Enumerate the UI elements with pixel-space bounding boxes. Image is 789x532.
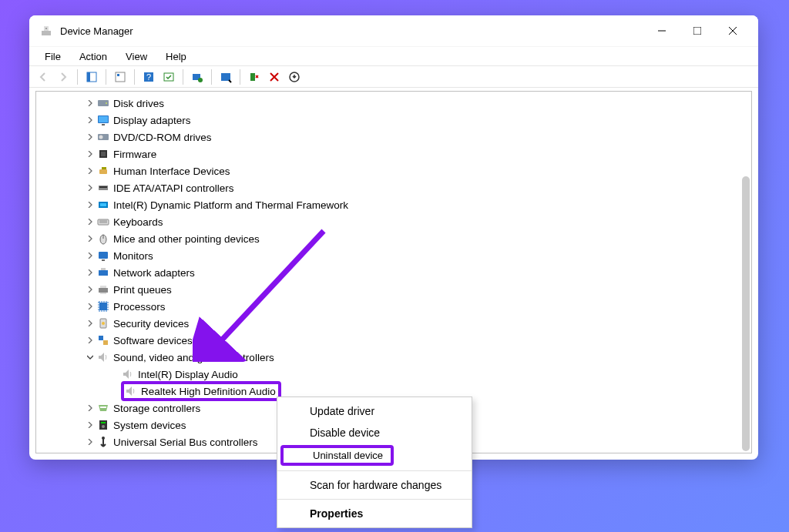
printer-icon: [96, 283, 110, 296]
tree-item-security[interactable]: Security devices: [36, 315, 751, 332]
svg-rect-37: [42, 31, 51, 35]
tree-item-display-adapters[interactable]: Display adapters: [36, 112, 751, 129]
close-button[interactable]: [715, 18, 750, 43]
chevron-right-icon[interactable]: [84, 148, 96, 160]
chevron-right-icon[interactable]: [84, 402, 96, 414]
chevron-right-icon[interactable]: [84, 266, 96, 279]
app-icon: [40, 25, 52, 37]
menu-action[interactable]: Action: [72, 49, 115, 64]
chevron-right-icon[interactable]: [84, 199, 96, 211]
toolbar-separator: [106, 69, 106, 85]
context-menu: Update driver Disable device Uninstall d…: [277, 396, 472, 528]
chevron-right-icon[interactable]: [84, 317, 96, 330]
update-driver-button[interactable]: [188, 68, 206, 86]
tree-item-intel-platform[interactable]: Intel(R) Dynamic Platform and Thermal Fr…: [36, 196, 751, 213]
ide-icon: [96, 182, 110, 194]
chevron-down-icon[interactable]: [84, 351, 96, 363]
cpu-icon: [96, 300, 110, 313]
tree-item-ide[interactable]: IDE ATA/ATAPI controllers: [36, 179, 751, 196]
tree-item-firmware[interactable]: Firmware: [36, 146, 751, 162]
chevron-right-icon[interactable]: [84, 182, 96, 194]
toolbar-separator: [211, 69, 212, 85]
chevron-right-icon[interactable]: [84, 131, 96, 143]
menu-item-properties[interactable]: Properties: [277, 503, 472, 524]
menu-item-scan-hardware[interactable]: Scan for hardware changes: [277, 474, 472, 496]
intel-icon: [96, 199, 110, 211]
window-title: Device Manager: [60, 25, 644, 37]
menu-separator: [277, 499, 472, 500]
scan-hardware-button[interactable]: [159, 68, 178, 86]
svg-rect-46: [116, 72, 125, 82]
tree-item-processors[interactable]: Processors: [36, 298, 751, 315]
tree-item-intel-display-audio[interactable]: Intel(R) Display Audio: [36, 366, 751, 383]
disk-icon: [96, 97, 110, 109]
annotation-highlight: Uninstall device: [280, 445, 394, 466]
svg-rect-54: [250, 73, 255, 81]
back-button: [34, 68, 52, 86]
monitor-icon: [96, 249, 110, 262]
tree-item-software[interactable]: Software devices: [36, 332, 751, 349]
speaker-icon: [124, 385, 138, 397]
tree-item-sound[interactable]: Sound, video and game controllers: [36, 349, 751, 366]
help-button[interactable]: ?: [139, 68, 158, 86]
properties-button[interactable]: [111, 68, 129, 86]
menu-item-disable-device[interactable]: Disable device: [277, 422, 472, 443]
security-icon: [96, 317, 110, 330]
monitor-icon: [96, 114, 110, 126]
disable-device-button[interactable]: [217, 68, 235, 86]
tree-item-mice[interactable]: Mice and other pointing devices: [36, 230, 751, 247]
uninstall-device-button[interactable]: [245, 68, 264, 86]
tree-item-print-queues[interactable]: Print queues: [36, 281, 751, 298]
svg-rect-41: [693, 27, 701, 35]
menu-item-uninstall-device[interactable]: Uninstall device: [277, 443, 472, 467]
chevron-right-icon[interactable]: [84, 216, 96, 228]
chevron-right-icon[interactable]: [84, 419, 96, 431]
annotation-highlight: Realtek High Definition Audio: [121, 381, 281, 401]
toolbar-separator: [77, 69, 78, 85]
software-icon: [96, 334, 110, 346]
storage-icon: [96, 402, 110, 414]
mouse-icon: [96, 233, 110, 245]
chevron-right-icon[interactable]: [84, 165, 96, 177]
tree-item-hid[interactable]: Human Interface Devices: [36, 162, 751, 179]
chevron-right-icon[interactable]: [84, 283, 96, 296]
chevron-right-icon[interactable]: [84, 233, 96, 245]
svg-rect-53: [221, 73, 230, 81]
chevron-right-icon[interactable]: [84, 97, 96, 109]
chevron-right-icon[interactable]: [84, 114, 96, 126]
hid-icon: [96, 165, 110, 177]
install-button[interactable]: [285, 68, 304, 86]
maximize-button[interactable]: [680, 18, 715, 43]
tree-item-disk-drives[interactable]: Disk drives: [36, 95, 751, 112]
chip-icon: [96, 148, 110, 160]
chevron-right-icon[interactable]: [84, 249, 96, 262]
tree-item-monitors[interactable]: Monitors: [36, 247, 751, 264]
menu-view[interactable]: View: [118, 49, 155, 64]
menu-help[interactable]: Help: [158, 49, 194, 64]
chevron-right-icon[interactable]: [84, 436, 96, 448]
toolbar-separator: [183, 69, 183, 85]
svg-rect-45: [87, 72, 90, 82]
device-manager-window: Device Manager File Action View Help ?: [29, 15, 758, 460]
minimize-button[interactable]: [644, 18, 680, 43]
menu-file[interactable]: File: [37, 49, 69, 64]
scrollbar[interactable]: [742, 176, 750, 451]
toolbar: ?: [29, 66, 758, 88]
toolbar-separator: [240, 69, 240, 85]
network-icon: [96, 266, 110, 279]
delete-button[interactable]: [265, 68, 284, 86]
tree-item-network[interactable]: Network adapters: [36, 264, 751, 281]
menu-item-update-driver[interactable]: Update driver: [277, 400, 472, 422]
usb-icon: [96, 436, 110, 448]
menubar: File Action View Help: [29, 46, 758, 66]
menu-separator: [277, 470, 472, 471]
dvd-icon: [96, 131, 110, 143]
show-hide-console-tree-button[interactable]: [82, 68, 101, 86]
svg-point-39: [45, 28, 47, 29]
chevron-right-icon[interactable]: [84, 334, 96, 346]
chevron-right-icon[interactable]: [84, 300, 96, 313]
toolbar-separator: [134, 69, 135, 85]
forward-button: [54, 68, 72, 86]
tree-item-keyboards[interactable]: Keyboards: [36, 213, 751, 230]
tree-item-dvd[interactable]: DVD/CD-ROM drives: [36, 129, 751, 146]
